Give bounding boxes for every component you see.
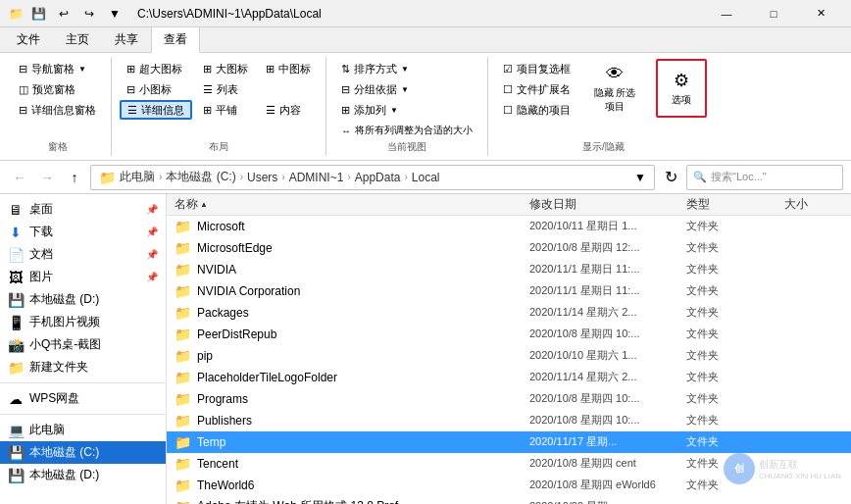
group-dropdown: ▼ <box>401 85 409 94</box>
tiles-button[interactable]: ⊞ 平铺 <box>196 100 255 120</box>
breadcrumb-admin[interactable]: ADMINI~1 <box>289 171 344 184</box>
sidebar: 🖥 桌面 📌 ⬇ 下载 📌 📄 文档 📌 🖼 图片 📌 💾 本地磁盘 (D:) … <box>0 194 167 504</box>
close-button[interactable]: ✕ <box>798 0 843 27</box>
table-row[interactable]: 📁 Publishers 2020/10/8 星期四 10:... 文件夹 <box>167 410 851 431</box>
hidden-items-button[interactable]: ☐ 隐藏的项目 <box>496 100 577 120</box>
file-date: 2020/11/14 星期六 2... <box>529 305 686 320</box>
ribbon-tabs: 文件 主页 共享 查看 <box>0 27 851 53</box>
sidebar-item-wps[interactable]: ☁ WPS网盘 <box>0 387 166 410</box>
file-type: 文件夹 <box>686 305 784 320</box>
file-type: 文件夹 <box>686 327 784 341</box>
quick-access-toolbar: 📁 💾 ↩ ↪ ▼ <box>8 3 125 25</box>
header-name[interactable]: 名称 ▲ <box>175 196 529 213</box>
add-col-button[interactable]: ⊞ 添加列 ▼ <box>334 100 479 120</box>
large-icon-button[interactable]: ⊞ 大图标 <box>196 59 255 78</box>
up-button[interactable]: ↑ <box>63 166 86 189</box>
tab-file[interactable]: 文件 <box>4 26 53 52</box>
redo-button[interactable]: ↪ <box>78 3 100 25</box>
breadcrumb-c[interactable]: 本地磁盘 (C:) <box>166 169 235 185</box>
sep-5: › <box>404 172 407 182</box>
table-row[interactable]: 📁 Microsoft 2020/10/11 星期日 1... 文件夹 <box>167 216 851 237</box>
breadcrumb-users[interactable]: Users <box>247 171 277 184</box>
group-button[interactable]: ⊟ 分组依据 ▼ <box>334 79 479 99</box>
back-button[interactable]: ← <box>8 166 31 189</box>
small-icon-label: 小图标 <box>139 82 172 97</box>
search-bar[interactable]: 🔍 搜索"Loc..." <box>686 165 843 190</box>
address-bar[interactable]: 📁 此电脑 › 本地磁盘 (C:) › Users › ADMINI~1 › A… <box>90 165 655 190</box>
minimize-button[interactable]: — <box>704 0 749 27</box>
extra-large-icon-button[interactable]: ⊞ 超大图标 <box>120 59 192 78</box>
medium-icon-label: 中图标 <box>278 62 311 76</box>
list-view-button[interactable]: ☰ 列表 <box>196 79 255 99</box>
sidebar-label-phone-pics: 手机图片视频 <box>29 314 100 330</box>
extra-large-icon: ⊞ <box>126 63 135 76</box>
details-pane-button[interactable]: ⊟ 详细信息窗格 <box>12 100 103 120</box>
ribbon-group-layout: ⊞ 超大图标 ⊟ 小图标 ☰ 详细信息 ⊞ 大图标 ☰ <box>112 57 326 156</box>
add-col-icon: ⊞ <box>341 104 350 117</box>
sidebar-item-drive-d[interactable]: 💾 本地磁盘 (D:) <box>0 288 166 311</box>
file-type: 文件夹 <box>686 391 784 406</box>
layout-group-label: 布局 <box>112 140 325 154</box>
preview-pane-button[interactable]: ◫ 预览窗格 <box>12 79 103 99</box>
tab-view[interactable]: 查看 <box>151 26 200 53</box>
drive-d2-icon: 💾 <box>8 468 24 483</box>
table-row[interactable]: 📁 pip 2020/10/10 星期六 1... 文件夹 <box>167 345 851 367</box>
sep-2: › <box>240 172 243 182</box>
file-name-cell: 📁 PlaceholderTileLogoFolder <box>175 370 529 385</box>
undo-button[interactable]: ↩ <box>53 3 75 25</box>
options-button[interactable]: ⚙ 选项 <box>656 59 707 118</box>
table-row[interactable]: 📁 Packages 2020/11/14 星期六 2... 文件夹 <box>167 302 851 324</box>
nav-pane-button[interactable]: ⊟ 导航窗格 ▼ <box>12 59 103 78</box>
table-row[interactable]: 📁 NVIDIA 2020/11/1 星期日 11:... 文件夹 <box>167 259 851 280</box>
medium-icon-button[interactable]: ⊞ 中图标 <box>259 59 318 78</box>
group-label: 分组依据 <box>354 82 397 97</box>
address-dropdown-btn[interactable]: ▼ <box>634 171 646 184</box>
sidebar-item-new-folder[interactable]: 📁 新建文件夹 <box>0 356 166 378</box>
content-label: 内容 <box>279 103 301 118</box>
sidebar-item-qq-book[interactable]: 📸 小Q书桌-截图 <box>0 333 166 356</box>
sidebar-item-phone-pics[interactable]: 📱 手机图片视频 <box>0 311 166 333</box>
fit-col-button[interactable]: ↔ 将所有列调整为合适的大小 <box>334 121 479 140</box>
details-view-button[interactable]: ☰ 详细信息 <box>120 100 192 120</box>
options-icon: ⚙ <box>674 70 689 91</box>
breadcrumb-local[interactable]: Local <box>412 171 440 184</box>
table-row[interactable]: 📁 NVIDIA Corporation 2020/11/1 星期日 11:..… <box>167 280 851 302</box>
table-row[interactable]: 📁 Adobe 友情为 Web 所用格式 13.0 Prof... 2020/1… <box>167 496 851 504</box>
header-size[interactable]: 大小 <box>784 196 843 213</box>
item-check-button[interactable]: ☑ 项目复选框 <box>496 59 577 78</box>
tab-home[interactable]: 主页 <box>53 26 102 52</box>
dropdown-button[interactable]: ▼ <box>104 3 125 25</box>
refresh-button[interactable]: ↻ <box>659 166 682 189</box>
title-bar: 📁 💾 ↩ ↪ ▼ C:\Users\ADMINI~1\AppData\Loca… <box>0 0 851 27</box>
save-button[interactable]: 💾 <box>27 3 49 25</box>
table-row[interactable]: 📁 Programs 2020/10/8 星期四 10:... 文件夹 <box>167 388 851 410</box>
sort-button[interactable]: ⇅ 排序方式 ▼ <box>334 59 479 78</box>
table-row[interactable]: 📁 PlaceholderTileLogoFolder 2020/11/14 星… <box>167 367 851 388</box>
tab-share[interactable]: 共享 <box>102 26 151 52</box>
table-row[interactable]: 📁 MicrosoftEdge 2020/10/8 星期四 12:... 文件夹 <box>167 237 851 259</box>
sidebar-item-documents[interactable]: 📄 文档 📌 <box>0 243 166 266</box>
header-date[interactable]: 修改日期 <box>529 196 686 213</box>
table-row[interactable]: 📁 Temp 2020/11/17 星期... 文件夹 <box>167 431 851 453</box>
folder-icon: 📁 <box>175 348 191 364</box>
drive-d-icon: 💾 <box>8 292 24 308</box>
hide-selected-button[interactable]: 👁 隐藏 所选项目 <box>589 59 640 118</box>
sidebar-item-this-pc[interactable]: 💻 此电脑 <box>0 419 166 441</box>
file-ext-button[interactable]: ☐ 文件扩展名 <box>496 79 577 99</box>
folder-icon: 📁 <box>175 370 191 385</box>
content-button[interactable]: ☰ 内容 <box>259 100 318 120</box>
breadcrumb-pc[interactable]: 此电脑 <box>120 169 155 185</box>
header-type[interactable]: 类型 <box>686 196 784 213</box>
small-icon: ⊟ <box>126 83 135 96</box>
sidebar-item-pictures[interactable]: 🖼 图片 📌 <box>0 266 166 288</box>
item-check-label: 项目复选框 <box>517 62 571 76</box>
maximize-button[interactable]: □ <box>751 0 796 27</box>
forward-button[interactable]: → <box>35 166 59 189</box>
sidebar-item-downloads[interactable]: ⬇ 下载 📌 <box>0 221 166 243</box>
sidebar-item-drive-c[interactable]: 💾 本地磁盘 (C:) <box>0 441 166 464</box>
small-icon-button[interactable]: ⊟ 小图标 <box>120 79 192 99</box>
table-row[interactable]: 📁 PeerDistRepub 2020/10/8 星期四 10:... 文件夹 <box>167 324 851 345</box>
sidebar-item-desktop[interactable]: 🖥 桌面 📌 <box>0 198 166 221</box>
sidebar-item-drive-d2[interactable]: 💾 本地磁盘 (D:) <box>0 464 166 486</box>
breadcrumb-appdata[interactable]: AppData <box>355 171 401 184</box>
